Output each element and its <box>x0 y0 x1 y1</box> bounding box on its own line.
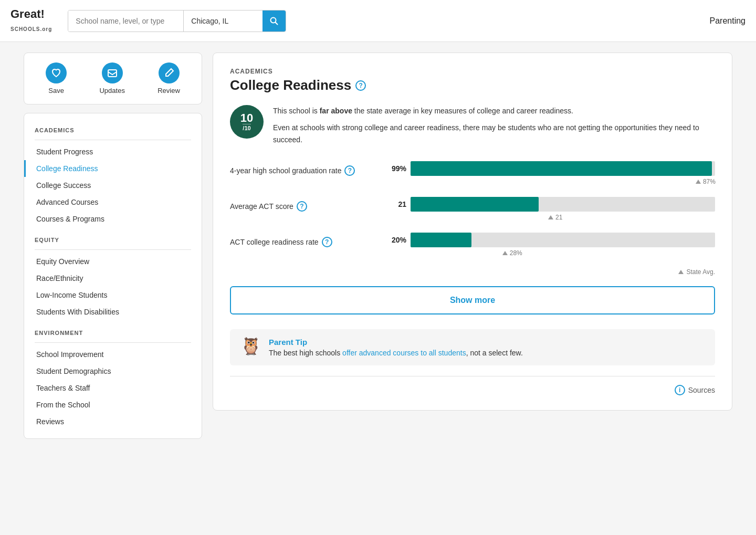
logo[interactable]: Great! SCHOOLS.org <box>10 8 52 33</box>
parent-tip-text: The best high schools offer advanced cou… <box>269 349 523 357</box>
bar-fill-graduation <box>411 161 712 176</box>
state-avg-act-readiness: 28% <box>502 249 715 257</box>
metric-label-graduation: 4-year high school graduation rate ? <box>230 161 387 176</box>
triangle-act-readiness <box>502 251 508 255</box>
metric-row-act-readiness: ACT college readiness rate ? 20% 28% <box>230 233 715 257</box>
save-button[interactable]: Save <box>46 62 67 95</box>
metric-bar-act-readiness: 20% 28% <box>387 233 715 257</box>
header: Great! SCHOOLS.org Parenting <box>0 0 756 42</box>
sidebar-item-student-progress[interactable]: Student Progress <box>24 143 202 160</box>
bar-fill-act-readiness <box>411 233 471 247</box>
search-input-location[interactable] <box>184 11 262 32</box>
metric-row-act-score: Average ACT score ? 21 21 <box>230 197 715 221</box>
divider-equity <box>35 249 191 250</box>
sidebar-item-college-success[interactable]: College Success <box>24 177 202 194</box>
section-title: College Readiness ? <box>230 77 715 93</box>
score-row: 10 /10 This school is far above the stat… <box>230 105 715 151</box>
title-help-icon[interactable]: ? <box>355 80 366 91</box>
divider-academics <box>35 140 191 140</box>
parent-tip-content: Parent Tip The best high schools offer a… <box>269 338 523 357</box>
triangle-graduation <box>696 180 701 184</box>
section-label: ACADEMICS <box>230 68 715 75</box>
sources-label[interactable]: Sources <box>688 386 715 394</box>
main-panel: ACADEMICS College Readiness ? 10 /10 Thi… <box>213 53 732 439</box>
metric-value-graduation: 99% <box>387 164 406 173</box>
score-denominator: /10 <box>243 124 250 131</box>
sidebar-item-courses-programs[interactable]: Courses & Programs <box>24 211 202 227</box>
metric-bar-act-score: 21 21 <box>387 197 715 221</box>
sources-info-icon[interactable]: i <box>675 385 685 395</box>
parent-tip: 🦉 Parent Tip The best high schools offer… <box>230 329 715 365</box>
sidebar-item-from-school[interactable]: From the School <box>24 396 202 413</box>
metric-bar-graduation: 99% 87% <box>387 161 715 185</box>
main-content: Save Updates Review <box>16 42 740 449</box>
state-avg-graduation: 87% <box>696 178 715 185</box>
metric-help-act-score[interactable]: ? <box>297 201 307 212</box>
parent-tip-link[interactable]: offer advanced courses to all students <box>342 349 466 357</box>
sidebar-item-college-readiness[interactable]: College Readiness <box>24 160 202 177</box>
nav-section-academics: ACADEMICS <box>24 122 202 137</box>
sidebar: Save Updates Review <box>24 53 202 439</box>
bar-container-graduation <box>411 161 715 176</box>
card-footer: i Sources <box>230 376 715 395</box>
divider-environment <box>35 342 191 343</box>
metric-row-graduation: 4-year high school graduation rate ? 99% <box>230 161 715 185</box>
score-badge: 10 /10 <box>230 105 264 139</box>
logo-text: Great! SCHOOLS.org <box>10 8 52 33</box>
logo-sub: SCHOOLS.org <box>10 26 52 32</box>
updates-icon <box>102 62 123 83</box>
svg-line-1 <box>276 22 278 24</box>
parent-tip-title: Parent Tip <box>269 338 523 347</box>
search-input-school[interactable] <box>68 11 184 32</box>
state-avg-legend: State Avg. <box>230 268 715 276</box>
sidebar-item-low-income[interactable]: Low-Income Students <box>24 287 202 303</box>
score-description: This school is far above the state avera… <box>273 105 715 151</box>
updates-button[interactable]: Updates <box>99 62 124 95</box>
search-bar <box>68 10 286 32</box>
sidebar-item-advanced-courses[interactable]: Advanced Courses <box>24 194 202 211</box>
triangle-act-score <box>548 215 553 219</box>
bar-container-act-readiness <box>411 233 715 247</box>
sidebar-item-students-disabilities[interactable]: Students With Disabilities <box>24 303 202 320</box>
action-buttons: Save Updates Review <box>24 53 202 104</box>
search-button[interactable] <box>262 11 286 32</box>
sidebar-item-school-improvement[interactable]: School Improvement <box>24 346 202 363</box>
nav-section-equity: EQUITY <box>24 232 202 246</box>
bar-container-act-score <box>411 197 715 212</box>
metric-label-act-readiness: ACT college readiness rate ? <box>230 233 387 247</box>
review-label: Review <box>158 87 180 95</box>
sidebar-item-race-ethnicity[interactable]: Race/Ethnicity <box>24 270 202 287</box>
save-label: Save <box>48 87 64 95</box>
save-icon <box>46 62 67 83</box>
show-more-button[interactable]: Show more <box>230 286 715 314</box>
nav-parenting[interactable]: Parenting <box>710 16 746 26</box>
state-avg-legend-text: State Avg. <box>687 268 716 276</box>
review-icon <box>159 62 180 83</box>
updates-label: Updates <box>99 87 124 95</box>
state-avg-act-score: 21 <box>548 214 715 221</box>
nav-menu: ACADEMICS Student Progress College Readi… <box>24 113 202 439</box>
owl-icon: 🦉 <box>240 338 261 354</box>
sidebar-item-equity-overview[interactable]: Equity Overview <box>24 253 202 270</box>
metric-help-graduation[interactable]: ? <box>344 165 355 176</box>
sidebar-item-student-demographics[interactable]: Student Demographics <box>24 363 202 380</box>
bar-fill-act-score <box>411 197 539 212</box>
score-number: 10 <box>240 112 253 124</box>
sidebar-item-teachers-staff[interactable]: Teachers & Staff <box>24 380 202 396</box>
metric-help-act-readiness[interactable]: ? <box>322 237 332 247</box>
metric-value-act-readiness: 20% <box>387 236 406 244</box>
review-button[interactable]: Review <box>158 62 180 95</box>
metric-value-act-score: 21 <box>387 200 406 208</box>
nav-section-environment: ENVIRONMENT <box>24 324 202 339</box>
metrics-section: 4-year high school graduation rate ? 99% <box>230 161 715 276</box>
metric-label-act-score: Average ACT score ? <box>230 197 387 212</box>
legend-triangle-icon <box>678 270 684 274</box>
content-card: ACADEMICS College Readiness ? 10 /10 Thi… <box>213 53 732 411</box>
sidebar-item-reviews[interactable]: Reviews <box>24 413 202 430</box>
